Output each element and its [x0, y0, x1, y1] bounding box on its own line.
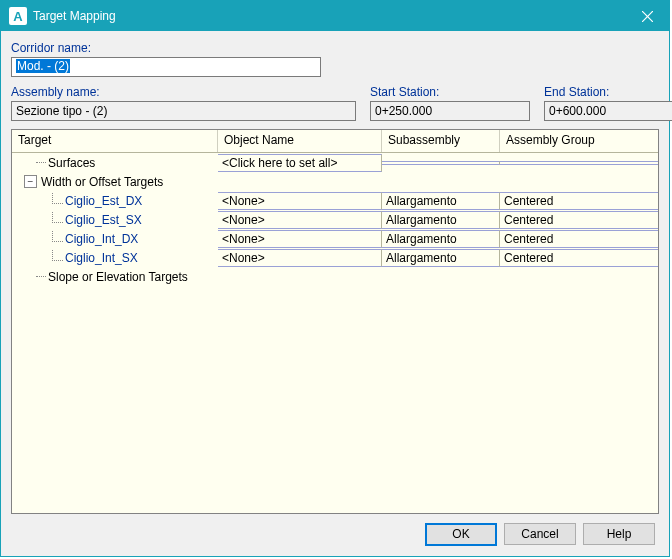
- col-target[interactable]: Target: [12, 130, 218, 152]
- corridor-row: Corridor name: Mod. - (2): [11, 41, 659, 77]
- ok-button[interactable]: OK: [425, 523, 497, 546]
- object-name-cell[interactable]: <None>: [218, 211, 382, 229]
- subassembly-cell: Allargamento: [382, 192, 500, 210]
- target-name: Ciglio_Est_SX: [65, 213, 142, 227]
- target-mapping-dialog: A Target Mapping Corridor name: Mod. - (…: [0, 0, 670, 557]
- col-object-name[interactable]: Object Name: [218, 130, 382, 152]
- subassembly-cell: Allargamento: [382, 211, 500, 229]
- object-name-cell[interactable]: <None>: [218, 249, 382, 267]
- tree-label: Slope or Elevation Targets: [48, 270, 188, 284]
- grid-body: Surfaces <Click here to set all> − Width…: [12, 153, 658, 513]
- table-row[interactable]: Ciglio_Int_DX <None> Allargamento Center…: [12, 229, 658, 248]
- target-name: Ciglio_Int_SX: [65, 251, 138, 265]
- table-row[interactable]: Ciglio_Est_SX <None> Allargamento Center…: [12, 210, 658, 229]
- end-station-input: [544, 101, 672, 121]
- assembly-group-cell: Centered: [500, 192, 658, 210]
- client-area: Corridor name: Mod. - (2) Assembly name:…: [1, 31, 669, 556]
- assembly-group-cell: Centered: [500, 249, 658, 267]
- assembly-label: Assembly name:: [11, 85, 356, 99]
- end-station-label: End Station:: [544, 85, 672, 99]
- close-icon: [642, 11, 653, 22]
- click-to-set-all[interactable]: <Click here to set all>: [218, 154, 382, 172]
- dialog-footer: OK Cancel Help: [11, 514, 659, 550]
- tree-label: Width or Offset Targets: [41, 175, 163, 189]
- object-name-cell[interactable]: <None>: [218, 192, 382, 210]
- tree-node-slope-elevation[interactable]: Slope or Elevation Targets: [12, 267, 658, 286]
- assembly-input: [11, 101, 356, 121]
- title-bar: A Target Mapping: [1, 1, 669, 31]
- target-grid: Target Object Name Subassembly Assembly …: [11, 129, 659, 514]
- col-subassembly[interactable]: Subassembly: [382, 130, 500, 152]
- corridor-input-value: Mod. - (2): [16, 59, 70, 73]
- object-name-cell[interactable]: <None>: [218, 230, 382, 248]
- target-name: Ciglio_Est_DX: [65, 194, 142, 208]
- tree-node-width-offset[interactable]: − Width or Offset Targets: [12, 172, 658, 191]
- window-title: Target Mapping: [33, 9, 116, 23]
- corridor-label: Corridor name:: [11, 41, 659, 55]
- start-station-label: Start Station:: [370, 85, 530, 99]
- table-row[interactable]: Ciglio_Est_DX <None> Allargamento Center…: [12, 191, 658, 210]
- tree-node-surfaces[interactable]: Surfaces <Click here to set all>: [12, 153, 658, 172]
- subassembly-cell: Allargamento: [382, 230, 500, 248]
- close-button[interactable]: [625, 1, 669, 31]
- collapse-icon[interactable]: −: [24, 175, 37, 188]
- assembly-row: Assembly name: Start Station: End Statio…: [11, 85, 659, 121]
- help-button[interactable]: Help: [583, 523, 655, 545]
- grid-header: Target Object Name Subassembly Assembly …: [12, 130, 658, 153]
- table-row[interactable]: Ciglio_Int_SX <None> Allargamento Center…: [12, 248, 658, 267]
- app-icon: A: [9, 7, 27, 25]
- subassembly-cell: Allargamento: [382, 249, 500, 267]
- target-name: Ciglio_Int_DX: [65, 232, 138, 246]
- cancel-button[interactable]: Cancel: [504, 523, 576, 545]
- assembly-group-cell: Centered: [500, 211, 658, 229]
- assembly-group-cell: Centered: [500, 230, 658, 248]
- tree-label: Surfaces: [48, 156, 95, 170]
- corridor-input[interactable]: Mod. - (2): [11, 57, 321, 77]
- col-assembly-group[interactable]: Assembly Group: [500, 130, 658, 152]
- start-station-input: [370, 101, 530, 121]
